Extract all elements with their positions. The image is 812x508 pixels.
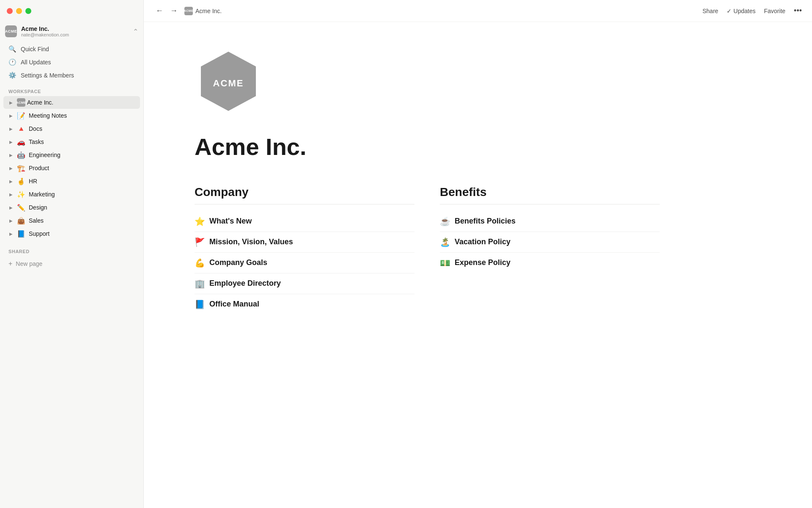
quick-find-item[interactable]: 🔍 Quick Find [3, 43, 140, 55]
benefits-heading: Benefits [440, 185, 660, 204]
company-goals-emoji: 💪 [195, 258, 205, 268]
product-label: Product [29, 165, 135, 171]
more-icon: ••• [794, 6, 802, 15]
topbar-actions: Share ✓ Updates Favorite ••• [702, 6, 802, 15]
workspace-section-label: WORKSPACE [0, 84, 143, 96]
mission-link: Mission, Vision, Values [209, 237, 293, 246]
page-logo: ACME [195, 47, 761, 117]
shared-section-label: SHARED [0, 244, 143, 256]
updates-button[interactable]: ✓ Updates [727, 8, 755, 14]
company-goals-link: Company Goals [209, 258, 267, 267]
quick-find-label: Quick Find [21, 46, 49, 52]
sales-label: Sales [29, 217, 135, 224]
new-page-button[interactable]: + New page [3, 257, 140, 270]
benefits-policies-item[interactable]: ☕ Benefits Policies [440, 211, 660, 232]
sales-emoji: 👜 [17, 217, 25, 225]
forward-button[interactable]: → [168, 5, 179, 17]
product-emoji: 🏗️ [17, 164, 25, 172]
whats-new-emoji: ⭐ [195, 216, 205, 226]
breadcrumb: ACME Acme Inc. [184, 7, 222, 15]
sidebar-item-sales[interactable]: ▶ 👜 Sales [3, 214, 140, 227]
all-updates-item[interactable]: 🕐 All Updates [3, 56, 140, 69]
new-page-label: New page [16, 260, 42, 267]
workspace-switcher[interactable]: ACME Acme Inc. nate@makenotion.com ⌃ [0, 22, 143, 41]
company-list: ⭐ What's New 🚩 Mission, Vision, Values 💪… [195, 211, 414, 315]
company-goals-item[interactable]: 💪 Company Goals [195, 253, 414, 273]
more-button[interactable]: ••• [794, 6, 802, 15]
marketing-label: Marketing [29, 191, 135, 198]
sidebar-item-marketing[interactable]: ▶ ✨ Marketing [3, 188, 140, 201]
favorite-button[interactable]: Favorite [764, 8, 786, 14]
office-manual-item[interactable]: 📘 Office Manual [195, 294, 414, 315]
page-body: ACME Acme Inc. Company ⭐ What's New 🚩 Mi… [144, 22, 812, 508]
svg-text:ACME: ACME [213, 78, 244, 88]
vacation-policy-item[interactable]: 🏝️ Vacation Policy [440, 232, 660, 253]
breadcrumb-title: Acme Inc. [195, 8, 222, 14]
office-manual-link: Office Manual [209, 300, 259, 309]
main-content: ← → ACME Acme Inc. Share ✓ Updates Favor… [144, 0, 812, 508]
benefits-list: ☕ Benefits Policies 🏝️ Vacation Policy 💵… [440, 211, 660, 273]
hr-label: HR [29, 178, 135, 185]
expense-policy-link: Expense Policy [455, 258, 510, 267]
support-label: Support [29, 230, 135, 237]
traffic-lights [7, 8, 31, 14]
chevron-right-icon: ▶ [7, 216, 15, 225]
sidebar-item-docs[interactable]: ▶ 🔺 Docs [3, 122, 140, 135]
updates-label: Updates [733, 8, 755, 14]
employee-directory-link: Employee Directory [209, 279, 281, 288]
benefits-column: Benefits ☕ Benefits Policies 🏝️ Vacation… [440, 185, 660, 315]
expense-policy-item[interactable]: 💵 Expense Policy [440, 253, 660, 273]
close-button[interactable] [7, 8, 13, 14]
whats-new-item[interactable]: ⭐ What's New [195, 211, 414, 232]
sidebar-item-tasks[interactable]: ▶ 🚗 Tasks [3, 135, 140, 148]
docs-emoji: 🔺 [17, 125, 25, 133]
docs-label: Docs [29, 125, 135, 132]
workspace-email: nate@makenotion.com [21, 32, 129, 37]
sidebar-item-hr[interactable]: ▶ 🤞 HR [3, 175, 140, 188]
chevron-right-icon: ▶ [7, 111, 15, 120]
workspace-tree: ▶ ACME Acme Inc. ▶ 📝 Meeting Notes ▶ 🔺 D… [0, 96, 143, 240]
sidebar-item-meeting-notes[interactable]: ▶ 📝 Meeting Notes [3, 109, 140, 122]
share-label: Share [702, 8, 718, 14]
breadcrumb-icon: ACME [184, 7, 193, 15]
support-emoji: 📘 [17, 230, 25, 238]
design-label: Design [29, 204, 135, 211]
clock-icon: 🕐 [8, 58, 16, 66]
employee-directory-item[interactable]: 🏢 Employee Directory [195, 273, 414, 294]
sidebar-item-support[interactable]: ▶ 📘 Support [3, 227, 140, 240]
acme-workspace-icon: ACME [17, 98, 25, 107]
sidebar-item-product[interactable]: ▶ 🏗️ Product [3, 162, 140, 174]
back-button[interactable]: ← [154, 5, 165, 17]
maximize-button[interactable] [25, 8, 31, 14]
engineering-label: Engineering [29, 152, 135, 158]
sidebar-item-acme[interactable]: ▶ ACME Acme Inc. [3, 96, 140, 109]
settings-members-label: Settings & Members [21, 72, 74, 79]
chevron-right-icon: ▶ [7, 190, 15, 199]
office-manual-emoji: 📘 [195, 299, 205, 309]
topbar: ← → ACME Acme Inc. Share ✓ Updates Favor… [144, 0, 812, 22]
acme-logo: ACME [195, 47, 262, 115]
chevron-right-icon: ▶ [7, 124, 15, 133]
company-heading: Company [195, 185, 414, 204]
sidebar-nav: 🔍 Quick Find 🕐 All Updates ⚙️ Settings &… [0, 41, 143, 84]
all-updates-label: All Updates [21, 59, 51, 66]
sidebar: ACME Acme Inc. nate@makenotion.com ⌃ 🔍 Q… [0, 0, 144, 508]
mission-item[interactable]: 🚩 Mission, Vision, Values [195, 232, 414, 253]
meeting-notes-emoji: 📝 [17, 112, 25, 120]
company-column: Company ⭐ What's New 🚩 Mission, Vision, … [195, 185, 414, 315]
sidebar-item-design[interactable]: ▶ ✏️ Design [3, 201, 140, 214]
hr-emoji: 🤞 [17, 177, 25, 185]
sidebar-item-engineering[interactable]: ▶ 🤖 Engineering [3, 149, 140, 161]
meeting-notes-label: Meeting Notes [29, 112, 135, 119]
employee-directory-emoji: 🏢 [195, 279, 205, 289]
share-button[interactable]: Share [702, 8, 718, 14]
settings-members-item[interactable]: ⚙️ Settings & Members [3, 69, 140, 82]
check-icon: ✓ [727, 8, 732, 14]
chevron-right-icon: ▶ [7, 177, 15, 185]
nav-arrows: ← → [154, 5, 179, 17]
benefits-policies-emoji: ☕ [440, 216, 450, 226]
benefits-policies-link: Benefits Policies [455, 217, 516, 226]
plus-icon: + [8, 260, 12, 268]
design-emoji: ✏️ [17, 204, 25, 212]
minimize-button[interactable] [16, 8, 22, 14]
